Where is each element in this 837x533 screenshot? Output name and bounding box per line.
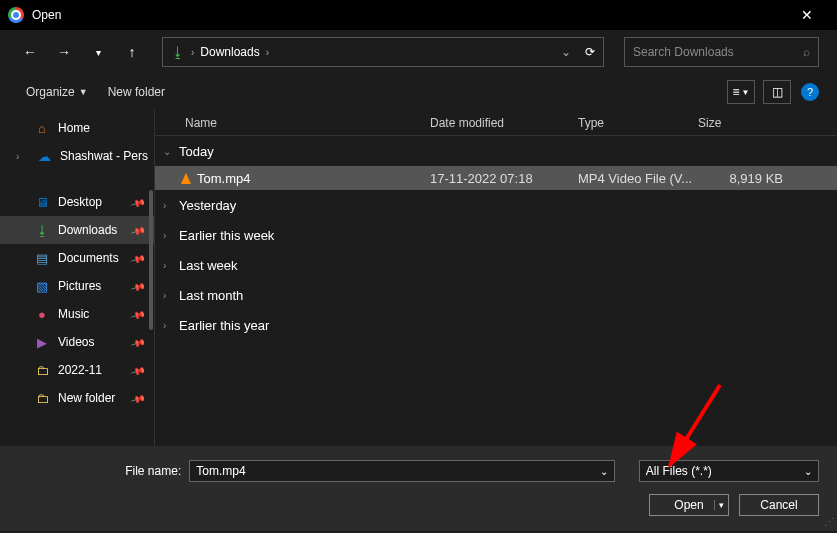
search-icon: ⌕ (803, 45, 810, 59)
group-earlier-week[interactable]: › Earlier this week (155, 220, 837, 250)
organize-button[interactable]: Organize ▼ (18, 81, 96, 103)
pin-icon: 📌 (130, 390, 146, 406)
main-area: ⌂ Home › ☁ Shashwat - Pers 🖥 Desktop 📌 ⭳… (0, 110, 837, 446)
chevron-down-icon[interactable]: ⌄ (561, 45, 571, 59)
column-headers[interactable]: Name Date modified Type Size (155, 110, 837, 136)
pin-icon: 📌 (130, 278, 146, 294)
group-today[interactable]: ⌄ Today (155, 136, 837, 166)
chevron-right-icon: › (266, 47, 269, 58)
pin-icon: 📌 (130, 194, 146, 210)
file-name: Tom.mp4 (197, 171, 250, 186)
search-input[interactable]: Search Downloads ⌕ (624, 37, 819, 67)
breadcrumb-label: Downloads (200, 45, 259, 59)
document-icon: ▤ (34, 251, 50, 266)
up-button[interactable]: ↑ (120, 40, 144, 64)
chevron-right-icon: › (163, 320, 173, 331)
sidebar-item-onedrive[interactable]: › ☁ Shashwat - Pers (0, 142, 154, 170)
sidebar-item-documents[interactable]: ▤ Documents 📌 (0, 244, 154, 272)
cancel-button[interactable]: Cancel (739, 494, 819, 516)
splitter[interactable] (149, 190, 153, 330)
file-date: 17-11-2022 07:18 (430, 171, 578, 186)
sidebar-item-pictures[interactable]: ▧ Pictures 📌 (0, 272, 154, 300)
chevron-down-icon: ⌄ (804, 466, 812, 477)
group-yesterday[interactable]: › Yesterday (155, 190, 837, 220)
sidebar-item-home[interactable]: ⌂ Home (0, 114, 154, 142)
dialog-title: Open (32, 8, 61, 22)
music-icon: ● (34, 307, 50, 322)
refresh-button[interactable]: ⟳ (585, 45, 595, 59)
preview-button[interactable]: ◫ (763, 80, 791, 104)
pin-icon: 📌 (130, 334, 146, 350)
cloud-icon: ☁ (36, 149, 52, 164)
filename-label: File name: (18, 464, 181, 478)
pin-icon: 📌 (130, 222, 146, 238)
sidebar-item-2022-11[interactable]: 🗀 2022-11 📌 (0, 356, 154, 384)
recent-dropdown[interactable]: ▾ (86, 40, 110, 64)
file-list: Name Date modified Type Size ⌄ Today Tom… (155, 110, 837, 446)
col-date[interactable]: Date modified (430, 116, 578, 130)
file-type-filter[interactable]: All Files (*.*) ⌄ (639, 460, 819, 482)
chevron-down-icon: ⌄ (163, 146, 173, 157)
sidebar-item-desktop[interactable]: 🖥 Desktop 📌 (0, 188, 154, 216)
toolbar: Organize ▼ New folder ≡ ▼ ◫ ? (0, 74, 837, 110)
chevron-right-icon: › (163, 230, 173, 241)
home-icon: ⌂ (34, 121, 50, 136)
chevron-down-icon: ▼ (79, 87, 88, 97)
chevron-right-icon: › (163, 200, 173, 211)
sidebar-item-downloads[interactable]: ⭳ Downloads 📌 (0, 216, 154, 244)
desktop-icon: 🖥 (34, 195, 50, 210)
col-name[interactable]: Name (155, 116, 430, 130)
vlc-icon (181, 173, 191, 184)
pin-icon: 📌 (130, 250, 146, 266)
forward-button[interactable]: → (52, 40, 76, 64)
pin-icon: 📌 (130, 362, 146, 378)
sidebar-item-videos[interactable]: ▶ Videos 📌 (0, 328, 154, 356)
sidebar-item-music[interactable]: ● Music 📌 (0, 300, 154, 328)
chevron-down-icon[interactable]: ⌄ (600, 466, 608, 477)
view-button[interactable]: ≡ ▼ (727, 80, 755, 104)
chrome-icon (8, 7, 24, 23)
back-button[interactable]: ← (18, 40, 42, 64)
folder-icon: 🗀 (34, 391, 50, 406)
filename-input[interactable]: Tom.mp4 ⌄ (189, 460, 615, 482)
chevron-right-icon: › (163, 290, 173, 301)
col-size[interactable]: Size (698, 116, 793, 130)
pictures-icon: ▧ (34, 279, 50, 294)
newfolder-button[interactable]: New folder (100, 81, 173, 103)
folder-icon: 🗀 (34, 363, 50, 378)
footer: File name: Tom.mp4 ⌄ All Files (*.*) ⌄ O… (0, 446, 837, 531)
breadcrumb-bar[interactable]: ⭳ › Downloads › ⌄ ⟳ (162, 37, 604, 67)
group-earlier-year[interactable]: › Earlier this year (155, 310, 837, 340)
group-last-week[interactable]: › Last week (155, 250, 837, 280)
downloads-icon: ⭳ (34, 223, 50, 238)
chevron-right-icon: › (163, 260, 173, 271)
file-type: MP4 Video File (V... (578, 171, 698, 186)
chevron-right-icon[interactable]: › (16, 151, 28, 162)
titlebar: Open ✕ (0, 0, 837, 30)
open-button[interactable]: Open (649, 494, 729, 516)
file-row-selected[interactable]: Tom.mp4 17-11-2022 07:18 MP4 Video File … (155, 166, 837, 190)
pin-icon: 📌 (130, 306, 146, 322)
navbar: ← → ▾ ↑ ⭳ › Downloads › ⌄ ⟳ Search Downl… (0, 30, 837, 74)
help-button[interactable]: ? (801, 83, 819, 101)
downloads-icon: ⭳ (171, 44, 185, 60)
sidebar-item-newfolder[interactable]: 🗀 New folder 📌 (0, 384, 154, 412)
group-last-month[interactable]: › Last month (155, 280, 837, 310)
close-button[interactable]: ✕ (784, 0, 829, 30)
chevron-right-icon: › (191, 47, 194, 58)
col-type[interactable]: Type (578, 116, 698, 130)
videos-icon: ▶ (34, 335, 50, 350)
search-placeholder: Search Downloads (633, 45, 734, 59)
resize-grip[interactable]: ⋰ (824, 516, 835, 529)
file-size: 8,919 KB (698, 171, 793, 186)
sidebar: ⌂ Home › ☁ Shashwat - Pers 🖥 Desktop 📌 ⭳… (0, 110, 155, 446)
